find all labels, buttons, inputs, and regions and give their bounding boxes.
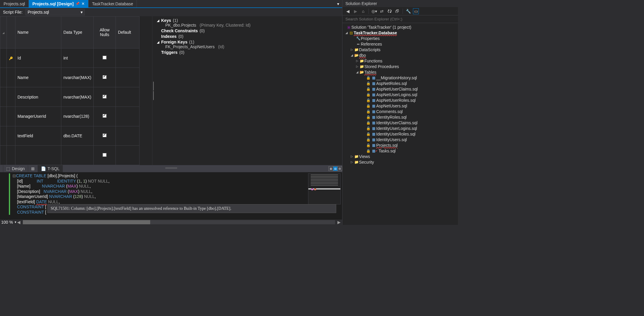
pin-icon[interactable]: 📌 (76, 2, 80, 6)
sql-file-node[interactable]: 🔒▦AspNetUsers.sql (342, 103, 458, 109)
tab-tasktracker-db[interactable]: TaskTracker.Database (89, 0, 137, 7)
caret-right-icon[interactable]: ▷ (355, 59, 359, 62)
column-row[interactable]: Namenvarchar(MAX) (0, 68, 140, 87)
column-row[interactable]: 🔑Idint (0, 48, 140, 68)
folder-security[interactable]: ▷📁Security (342, 159, 458, 165)
column-name[interactable]: Id (15, 48, 61, 68)
sql-file-node[interactable]: 🔒▦IdentityUserClaims.sql (342, 120, 458, 125)
scroll-right-icon[interactable]: ▶ (337, 220, 341, 224)
sql-file-node[interactable]: 🔒▦Projects.sql (342, 142, 458, 148)
column-name[interactable]: ManagerUserId (15, 107, 61, 126)
zoom-control[interactable]: 100 %▼ (1, 220, 17, 225)
caret-down-icon[interactable]: ◢ (355, 70, 359, 74)
allow-nulls-checkbox[interactable] (103, 95, 107, 99)
sql-file-node[interactable]: 🔒▦AspNetUserClaims.sql (342, 86, 458, 92)
column-type[interactable]: nvarchar(MAX) (61, 68, 94, 87)
sql-file-node[interactable]: 🔒▦AspNetUserLogins.sql (342, 92, 458, 97)
check-constraints-header[interactable]: ◢Check Constraints (0) (157, 28, 339, 33)
allow-nulls-checkbox[interactable] (103, 56, 107, 59)
column-name[interactable]: Name (15, 68, 61, 87)
folder-views[interactable]: ▷📁Views (342, 154, 458, 159)
column-row[interactable]: ManagerUserIdnvarchar(128) (0, 107, 140, 126)
references-node[interactable]: ▪▪References (342, 41, 458, 47)
refresh-button[interactable]: 🗘 (387, 8, 393, 14)
column-row[interactable]: Descriptionnvarchar(MAX) (0, 87, 140, 107)
tsql-tab[interactable]: 📄T-SQL (38, 165, 63, 172)
properties-node[interactable]: 🔧Properties (342, 36, 458, 41)
scroll-left-icon[interactable]: ◀ (17, 220, 21, 224)
column-row[interactable]: textFielddbo.DATE (0, 126, 140, 146)
sql-file-node[interactable]: 🔒▦✔Tasks.sql (342, 148, 458, 154)
col-name-header[interactable]: Name (15, 17, 61, 49)
code-minimap[interactable] (308, 173, 341, 204)
foreign-key-item[interactable]: FK_Projects_AspNetUsers (Id) (157, 44, 339, 49)
split-horizontal-icon[interactable]: ▥ (329, 166, 333, 171)
caret-down-icon[interactable]: ◢ (350, 54, 354, 57)
col-selector-header[interactable]: ◢ (0, 17, 7, 49)
map-view-tab[interactable]: ⊞ (28, 165, 38, 172)
folder-datascripts[interactable]: ▷📁DataScripts (342, 47, 458, 52)
close-icon[interactable]: ✕ (81, 1, 85, 6)
back-button[interactable]: ◀ (345, 8, 351, 14)
horizontal-scrollbar[interactable] (23, 220, 335, 224)
col-nulls-header[interactable]: Allow Nulls (94, 17, 116, 49)
column-type[interactable]: int (61, 48, 94, 68)
tab-overflow-button[interactable]: ▾ (335, 0, 341, 7)
split-vertical-icon[interactable]: ▤ (333, 166, 338, 171)
allow-nulls-checkbox[interactable] (103, 75, 107, 79)
column-type[interactable]: dbo.DATE (61, 126, 94, 146)
new-column-row[interactable] (0, 146, 140, 165)
sync-button[interactable]: ⇄ (379, 8, 385, 14)
solution-node[interactable]: ▣Solution 'TaskTracker' (1 project) (342, 24, 458, 30)
solution-tree[interactable]: ▣Solution 'TaskTracker' (1 project) ◢▤Ta… (342, 23, 458, 225)
caret-right-icon[interactable]: ▷ (350, 48, 354, 51)
scrollbar-thumb[interactable] (23, 220, 150, 224)
swap-panes-icon[interactable]: ⊟ (337, 166, 342, 171)
scope-button[interactable]: ◎▾ (371, 8, 377, 14)
tsql-editor[interactable]: ⊟CREATE TABLE [dbo].[Projects] ( [Id] IN… (0, 172, 342, 220)
keys-header[interactable]: ◢Keys (1) (157, 18, 339, 23)
caret-right-icon[interactable]: ▷ (350, 160, 354, 164)
script-file-select[interactable]: Projects.sql ▾ (25, 9, 85, 15)
folder-functions[interactable]: ▷📁Functions (342, 58, 458, 64)
sql-file-node[interactable]: 🔒▦IdentityUsers.sql (342, 137, 458, 142)
triggers-header[interactable]: ◢Triggers (0) (157, 50, 339, 55)
home-button[interactable]: ⌂ (360, 8, 366, 14)
indexes-header[interactable]: ◢Indexes (0) (157, 34, 339, 39)
caret-right-icon[interactable]: ▷ (350, 155, 354, 158)
column-name[interactable]: Description (15, 87, 61, 107)
caret-down-icon[interactable]: ◢ (345, 31, 348, 34)
sql-file-node[interactable]: 🔒▦__MigrationHistory.sql (342, 75, 458, 80)
properties-button[interactable]: 🔧 (405, 8, 411, 14)
allow-nulls-checkbox[interactable] (103, 133, 107, 137)
column-grid[interactable]: ◢ Name Data Type Allow Nulls Default 🔑Id… (0, 16, 153, 165)
sql-file-node[interactable]: 🔒▦IdentityUserLogins.sql (342, 125, 458, 131)
horizontal-splitter[interactable] (165, 167, 177, 169)
foreign-keys-header[interactable]: ◢Foreign Keys (1) (157, 40, 339, 44)
folder-tables[interactable]: ◢📂Tables (342, 69, 458, 75)
sql-file-node[interactable]: 🔒▦IdentityRoles.sql (342, 114, 458, 120)
column-type[interactable]: nvarchar(MAX) (61, 87, 94, 107)
folder-dbo[interactable]: ◢📂dbo (342, 52, 458, 58)
allow-nulls-checkbox[interactable] (103, 114, 107, 118)
preview-button[interactable]: ▭ (413, 8, 419, 14)
solution-explorer-search[interactable] (342, 15, 458, 23)
folder-sprocs[interactable]: ▷📁Stored Procedures (342, 64, 458, 69)
column-type[interactable]: nvarchar(128) (61, 107, 94, 126)
tab-projects-design[interactable]: Projects.sql [Design] 📌 ✕ (29, 0, 88, 7)
col-type-header[interactable]: Data Type (61, 17, 94, 49)
sql-file-node[interactable]: 🔒▦Comments.sql (342, 109, 458, 114)
col-default-header[interactable]: Default (116, 17, 140, 49)
project-node[interactable]: ◢▤TaskTracker.Database (342, 30, 458, 36)
caret-right-icon[interactable]: ▷ (355, 65, 359, 68)
column-name[interactable]: textField (15, 126, 61, 146)
keys-item[interactable]: PK_dbo.Projects (Primary Key, Clustered:… (157, 23, 339, 28)
sql-file-node[interactable]: 🔒▦IdentityUserRoles.sql (342, 131, 458, 137)
design-tab[interactable]: ⬚Design (3, 165, 28, 172)
forward-button[interactable]: ▶ (353, 8, 358, 14)
sql-file-node[interactable]: 🔒▦AspNetUserRoles.sql (342, 97, 458, 103)
sql-file-node[interactable]: 🔒▦AspNetRoles.sql (342, 80, 458, 86)
show-all-button[interactable]: 🗗 (394, 8, 400, 14)
editor-area: Projects.sql Projects.sql [Design] 📌 ✕ T… (0, 0, 342, 225)
tab-projects-sql[interactable]: Projects.sql (0, 0, 29, 7)
